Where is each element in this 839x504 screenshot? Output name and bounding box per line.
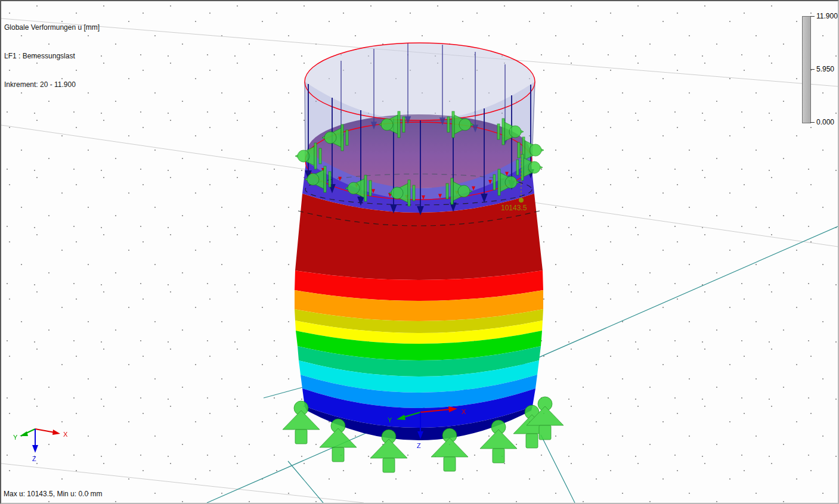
- max-point-marker: [519, 198, 524, 203]
- scale-label-mid: 5.950: [816, 65, 834, 73]
- scale-tick: [810, 16, 815, 17]
- result-info-panel: Globale Verformungen u [mm] LF1 : Bemess…: [4, 4, 100, 108]
- model-axis-z-label: Z: [417, 442, 421, 449]
- scale-tick: [810, 122, 815, 123]
- rfem-3d-viewport: 10143.5 X Y Z X Y Z Globale V: [0, 0, 839, 504]
- result-title: Globale Verformungen u [mm]: [4, 23, 100, 32]
- global-axis-z-label: Z: [32, 455, 36, 462]
- status-bar: Max u: 10143.5, Min u: 0.0 mm: [4, 489, 102, 499]
- result-increment: Inkrement: 20 - 11.900: [4, 80, 100, 89]
- global-axis-x-label: X: [63, 431, 68, 438]
- load-top-ellipse: [305, 43, 535, 120]
- result-loadcase: LF1 : Bemessungslast: [4, 51, 100, 61]
- scale-bar-track: [802, 16, 811, 123]
- global-axis-y-label: Y: [13, 434, 18, 441]
- scale-tick: [810, 69, 815, 70]
- max-value-label: 10143.5: [501, 204, 527, 212]
- scene-3d[interactable]: 10143.5 X Y Z X Y Z: [1, 1, 838, 503]
- increment-scale-bar: 11.900 5.950 0.000: [801, 13, 838, 129]
- model-axis-x-label: X: [462, 408, 466, 415]
- model-axis-y-label: Y: [388, 416, 392, 424]
- scale-label-min: 0.000: [816, 118, 834, 126]
- scale-label-max: 11.900: [816, 12, 838, 20]
